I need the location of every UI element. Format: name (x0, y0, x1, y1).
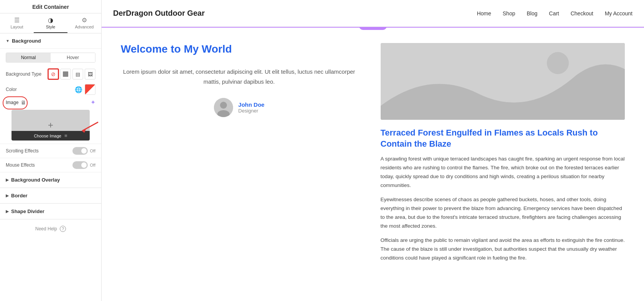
mouse-effects-toggle[interactable] (72, 161, 88, 169)
normal-btn[interactable]: Normal (6, 53, 51, 62)
nav-my-account[interactable]: My Account (605, 10, 632, 17)
nav-checkout[interactable]: Checkout (570, 10, 593, 17)
background-type-label: Background Type (6, 71, 48, 77)
author-row: John Doe Designer (121, 98, 358, 117)
welcome-title: Welcome to My World (121, 43, 358, 55)
lorem-text: Lorem ipsum dolor sit amet, consectetur … (121, 67, 358, 86)
mouse-effects-label: Mouse Effects (6, 162, 72, 168)
panel-body: ▼ Background Normal Hover Background Typ… (0, 33, 101, 301)
background-overlay-header[interactable]: ▶ Background Overlay (0, 172, 101, 188)
help-icon[interactable]: ? (60, 226, 66, 232)
need-help-area: Need Help ? (0, 219, 101, 238)
no-bg-icon: ⊘ (51, 71, 56, 77)
color-row: Color 🌐 (0, 82, 101, 97)
content-left: Welcome to My World Lorem ipsum dolor si… (113, 35, 373, 276)
add-image-icon: + (48, 120, 53, 131)
content-right: Terraced Forest Engulfed in Flames as Lo… (373, 35, 633, 276)
background-overlay-section: ▶ Background Overlay (0, 172, 101, 188)
list-icon[interactable]: ≡ (64, 133, 67, 139)
color-label: Color (6, 87, 75, 92)
background-type-row: Background Type ⊘ ▤ 🖼 (0, 66, 101, 82)
overlay-arrow: ▶ (6, 178, 9, 182)
monitor-icon[interactable]: 🖥 (21, 99, 26, 106)
article-body-2: Eyewitnesses describe scenes of chaos as… (381, 195, 625, 231)
right-content: DerDragon Outdoor Gear Home Shop Blog Ca… (102, 0, 644, 301)
type-gradient-btn[interactable]: ▤ (72, 69, 83, 79)
mouse-effects-row: Mouse Effects Off (0, 158, 101, 172)
tab-layout[interactable]: ☰ Layout (0, 13, 34, 33)
top-nav: DerDragon Outdoor Gear Home Shop Blog Ca… (102, 0, 644, 27)
scrolling-effects-state: Off (90, 149, 95, 153)
type-solid-btn[interactable] (60, 69, 71, 79)
border-arrow: ▶ (6, 194, 9, 198)
floating-toolbar: + ⠿ ✕ (358, 27, 387, 30)
panel-header: Edit Container ☰ Layout ◑ Style ⚙ Advanc… (0, 0, 101, 33)
nav-links: Home Shop Blog Cart Checkout My Account (477, 10, 632, 17)
image-bg-icon: 🖼 (88, 71, 93, 77)
left-panel: Edit Container ☰ Layout ◑ Style ⚙ Advanc… (0, 0, 102, 301)
border-section: ▶ Border (0, 188, 101, 203)
background-section-label: Background (12, 38, 41, 44)
background-section-header[interactable]: ▼ Background (0, 33, 101, 49)
background-overlay-label: Background Overlay (11, 177, 60, 183)
color-controls: 🌐 (75, 84, 95, 95)
image-upload-area[interactable]: + Choose Image ≡ (12, 110, 90, 141)
nav-cart[interactable]: Cart (549, 10, 559, 17)
normal-hover-toggle: Normal Hover (6, 53, 95, 63)
svg-point-3 (220, 102, 227, 109)
author-role: Designer (238, 108, 264, 114)
author-info: John Doe Designer (238, 101, 264, 114)
shape-divider-header[interactable]: ▶ Shape Divider (0, 204, 101, 219)
type-icon-group: ⊘ ▤ 🖼 (48, 69, 95, 79)
close-toolbar-btn[interactable]: ✕ (378, 27, 383, 28)
drag-handle-btn[interactable]: ⠿ (370, 27, 374, 28)
hover-btn[interactable]: Hover (51, 53, 95, 62)
type-image-btn[interactable]: 🖼 (85, 69, 95, 79)
type-none-btn[interactable]: ⊘ (48, 69, 59, 79)
scrolling-effects-row: Scrolling Effects Off (0, 144, 101, 158)
scrolling-effects-label: Scrolling Effects (6, 148, 72, 154)
image-row: Image 🖥 ✦ (0, 97, 101, 108)
main-area: + ⠿ ✕ Welcome to My World Lorem ipsum do… (102, 27, 644, 301)
author-avatar (214, 98, 233, 117)
tab-advanced[interactable]: ⚙ Advanced (67, 13, 101, 33)
need-help-label: Need Help (35, 226, 57, 232)
advanced-icon: ⚙ (67, 17, 101, 24)
panel-tabs: ☰ Layout ◑ Style ⚙ Advanced (0, 13, 101, 33)
image-label-box: Image 🖥 (6, 99, 26, 106)
article-image (381, 43, 625, 120)
border-label: Border (11, 193, 28, 198)
border-header[interactable]: ▶ Border (0, 188, 101, 203)
nav-blog[interactable]: Blog (527, 10, 537, 17)
nav-shop[interactable]: Shop (503, 10, 515, 17)
image-label: Image (6, 100, 18, 105)
add-element-btn[interactable]: + (363, 27, 366, 28)
main-area-inner: + ⠿ ✕ Welcome to My World Lorem ipsum do… (102, 27, 644, 299)
tab-style[interactable]: ◑ Style (34, 13, 67, 33)
collapse-arrow: ▼ (6, 39, 10, 43)
style-icon: ◑ (34, 17, 67, 24)
nav-home[interactable]: Home (477, 10, 491, 17)
image-choose-bar: Choose Image ≡ (12, 131, 90, 141)
sparkle-icon[interactable]: ✦ (90, 99, 95, 106)
site-title: DerDragon Outdoor Gear (113, 9, 205, 18)
svg-point-6 (547, 52, 568, 74)
shape-divider-section: ▶ Shape Divider (0, 203, 101, 219)
gradient-icon: ▤ (76, 71, 80, 77)
global-color-icon[interactable]: 🌐 (75, 86, 82, 93)
layout-icon: ☰ (0, 17, 34, 24)
article-body-1: A sprawling forest with unique terraced … (381, 155, 625, 190)
shape-divider-label: Shape Divider (11, 208, 44, 214)
scrolling-effects-toggle[interactable] (72, 147, 88, 155)
shape-divider-arrow: ▶ (6, 209, 9, 213)
mouse-effects-state: Off (90, 163, 95, 167)
choose-image-button[interactable]: Choose Image (34, 134, 61, 138)
solid-icon (63, 71, 68, 77)
content-grid: Welcome to My World Lorem ipsum dolor si… (102, 28, 644, 283)
panel-title: Edit Container (0, 4, 101, 13)
author-name: John Doe (238, 101, 264, 108)
article-body-3: Officials are urging the public to remai… (381, 236, 625, 263)
article-title: Terraced Forest Engulfed in Flames as Lo… (381, 127, 625, 149)
color-picker-btn[interactable] (85, 84, 95, 95)
